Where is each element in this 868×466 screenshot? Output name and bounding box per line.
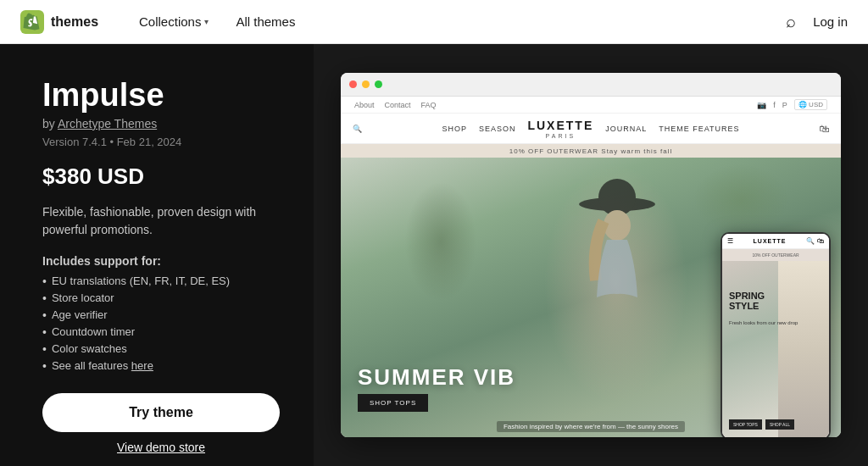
mobile-search-icon: 🔍 (806, 237, 815, 245)
site-cart-icon[interactable]: 🛍 (819, 123, 829, 135)
mobile-shop-all-button[interactable]: SHOP ALL (765, 419, 794, 430)
site-journal-link[interactable]: JOURNAL (605, 125, 647, 133)
site-main-nav: 🔍 SHOP SEASON LUXETTE PARIS JOURNAL THEM… (341, 114, 841, 144)
list-item: EU translations (EN, FR, IT, DE, ES) (42, 273, 280, 290)
all-themes-link[interactable]: All themes (222, 0, 309, 44)
site-shop-link[interactable]: SHOP (442, 125, 467, 133)
hero-title: SUMMER VIB (358, 364, 515, 391)
support-title: Includes support for: (42, 254, 280, 268)
nav-right: ⌕ Log in (786, 12, 848, 31)
pinterest-icon: P (782, 101, 787, 109)
preview-panel: About Contact FAQ 📷 f P 🌐 USD 🔍 SHOP SEA… (314, 44, 868, 466)
faq-link[interactable]: FAQ (421, 101, 437, 109)
theme-description: Flexible, fashionable, proven design wit… (42, 203, 280, 239)
site-theme-features-link[interactable]: THEME FEATURES (659, 125, 739, 133)
currency-selector[interactable]: 🌐 USD (794, 99, 827, 110)
about-link[interactable]: About (354, 101, 375, 109)
mobile-figure (778, 261, 829, 437)
mobile-buttons: SHOP TOPS SHOP ALL (729, 419, 794, 430)
mobile-cart-icon: 🛍 (817, 237, 824, 245)
features-link[interactable]: here (131, 359, 153, 372)
list-item: Age verifier (42, 307, 280, 324)
hero-area: SUMMER VIB SHOP TOPS Fashion inspired by… (341, 158, 841, 437)
site-logo: LUXETTE PARIS (527, 118, 593, 139)
site-top-nav: About Contact FAQ 📷 f P 🌐 USD (341, 97, 841, 114)
login-button[interactable]: Log in (813, 14, 848, 29)
chevron-down-icon: ▾ (204, 17, 209, 26)
theme-author: by Archetype Themes (42, 117, 280, 130)
site-search-icon[interactable]: 🔍 (353, 125, 362, 133)
browser-bar (341, 73, 841, 97)
support-list: EU translations (EN, FR, IT, DE, ES) Sto… (42, 273, 280, 374)
browser-close-dot (349, 80, 357, 88)
list-item: Color swatches (42, 341, 280, 358)
try-theme-button[interactable]: Try theme (42, 393, 280, 432)
contact-link[interactable]: Contact (385, 101, 411, 109)
theme-version: Version 7.4.1 • Feb 21, 2024 (42, 136, 280, 148)
browser-maximize-dot (375, 80, 382, 88)
mobile-hero-subtitle: Fresh looks from our new drop (729, 320, 798, 327)
author-link[interactable]: Archetype Themes (58, 117, 157, 130)
main-nav: themes Collections ▾ All themes ⌕ Log in (0, 0, 868, 44)
collections-link[interactable]: Collections ▾ (125, 0, 222, 44)
logo[interactable]: themes (20, 10, 98, 34)
shopify-logo-icon (20, 10, 44, 34)
nav-logo-text: themes (51, 14, 98, 30)
hero-caption: Fashion inspired by where we're from — t… (497, 421, 685, 432)
site-season-link[interactable]: SEASON (479, 125, 516, 133)
hero-shop-button[interactable]: SHOP TOPS (358, 394, 428, 412)
mobile-preview-mockup: ☰ LUXETTE 🔍 🛍 10% OFF OUTERWEAR (721, 232, 831, 437)
instagram-icon: 📷 (757, 101, 766, 109)
nav-links: Collections ▾ All themes (125, 0, 309, 44)
search-icon[interactable]: ⌕ (786, 12, 796, 31)
mobile-hero: SPRINGSTYLE Fresh looks from our new dro… (722, 261, 829, 437)
mobile-logo: LUXETTE (754, 238, 787, 244)
list-item: See all features here (42, 358, 280, 374)
browser-minimize-dot (362, 80, 370, 88)
facebook-icon: f (773, 101, 776, 109)
free-trial-text: Unlimited free trial. Pay if you publish… (42, 454, 280, 466)
theme-detail-panel: Impulse by Archetype Themes Version 7.4.… (0, 44, 314, 466)
promo-banner: 10% OFF OUTERWEAR Stay warm this fall (341, 144, 841, 158)
list-item: Store locator (42, 290, 280, 307)
browser-mockup: About Contact FAQ 📷 f P 🌐 USD 🔍 SHOP SEA… (341, 73, 841, 437)
view-demo-button[interactable]: View demo store (117, 441, 205, 454)
theme-title: Impulse (42, 78, 280, 114)
mobile-menu-icon: ☰ (727, 237, 733, 245)
theme-price: $380 USD (42, 164, 280, 190)
mobile-banner: 10% OFF OUTERWEAR (722, 249, 829, 261)
hero-model-figure (566, 158, 668, 437)
list-item: Countdown timer (42, 324, 280, 341)
mobile-hero-title: SPRINGSTYLE (729, 291, 765, 311)
mobile-shop-tops-button[interactable]: SHOP TOPS (729, 419, 762, 430)
mobile-nav-bar: ☰ LUXETTE 🔍 🛍 (722, 234, 829, 249)
main-content: Impulse by Archetype Themes Version 7.4.… (0, 44, 868, 466)
